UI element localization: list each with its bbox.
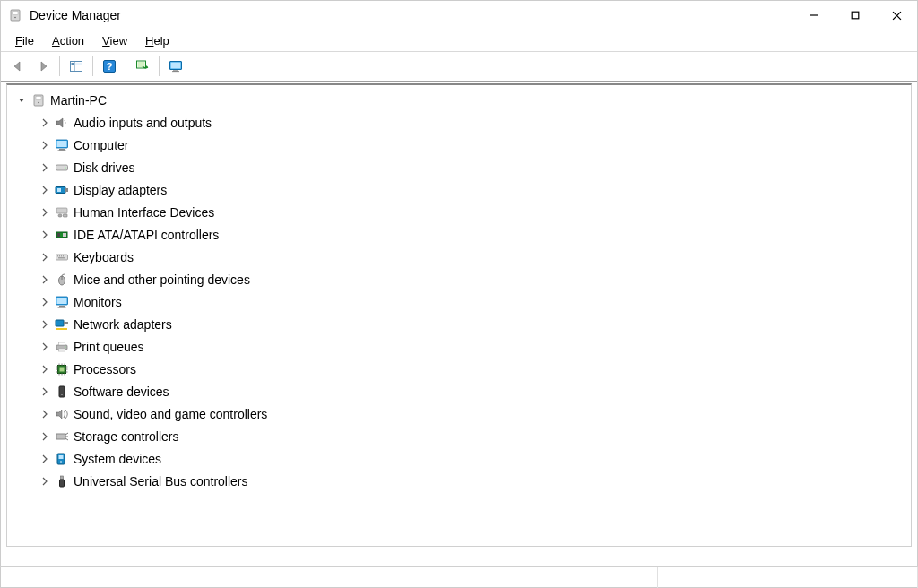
device-tree[interactable]: Martin-PC Audio inputs and outputsComput… xyxy=(6,83,912,547)
ide-controller-icon xyxy=(54,227,70,243)
tree-item[interactable]: Software devices xyxy=(7,380,911,402)
forward-arrow-icon xyxy=(36,59,50,74)
scan-hardware-icon xyxy=(135,59,150,74)
chevron-right-icon[interactable] xyxy=(39,274,50,285)
hid-icon xyxy=(54,204,70,220)
speaker-icon xyxy=(54,115,70,131)
chevron-right-icon[interactable] xyxy=(39,431,50,442)
chevron-right-icon[interactable] xyxy=(39,297,50,307)
tree-item-label: IDE ATA/ATAPI controllers xyxy=(74,228,219,242)
toolbar xyxy=(1,51,917,82)
tree-item[interactable]: System devices xyxy=(7,447,911,470)
help-button[interactable] xyxy=(98,56,121,77)
chevron-right-icon[interactable] xyxy=(39,319,50,330)
tree-item[interactable]: Sound, video and game controllers xyxy=(7,402,911,425)
maximize-button[interactable] xyxy=(835,1,876,30)
usb-icon xyxy=(54,473,70,489)
tree-item-label: Monitors xyxy=(74,295,122,309)
forward-button[interactable] xyxy=(31,56,55,77)
chevron-right-icon[interactable] xyxy=(39,252,50,263)
toolbar-separator xyxy=(159,56,160,76)
tree-item-label: Print queues xyxy=(74,340,144,354)
chevron-right-icon[interactable] xyxy=(39,117,50,128)
tree-item[interactable]: Mice and other pointing devices xyxy=(7,268,911,290)
tree-item-label: Keyboards xyxy=(74,250,134,264)
scan-hardware-button[interactable] xyxy=(131,56,154,77)
tree-item-label: Processors xyxy=(74,362,136,376)
back-button[interactable] xyxy=(6,56,30,77)
chevron-right-icon[interactable] xyxy=(39,409,50,419)
sound-controller-icon xyxy=(54,406,70,422)
network-adapter-icon xyxy=(54,316,70,333)
menu-help[interactable]: Help xyxy=(136,32,178,49)
chevron-right-icon[interactable] xyxy=(39,454,50,464)
tree-item[interactable]: Network adapters xyxy=(7,313,911,335)
tree-item[interactable]: Disk drives xyxy=(7,156,911,178)
tree-root[interactable]: Martin-PC xyxy=(7,89,911,111)
tree-item-label: Software devices xyxy=(74,385,169,399)
processor-icon xyxy=(54,361,70,377)
tree-item-label: Computer xyxy=(74,138,128,152)
menu-view[interactable]: View xyxy=(93,32,136,49)
tree-root-label: Martin-PC xyxy=(50,93,107,108)
show-hide-console-tree-button[interactable] xyxy=(65,56,88,77)
app-icon xyxy=(8,8,22,22)
chevron-right-icon[interactable] xyxy=(39,386,50,397)
tree-item-label: Network adapters xyxy=(74,317,172,332)
software-device-icon xyxy=(54,384,70,400)
tree-item[interactable]: Human Interface Devices xyxy=(7,201,911,223)
tree-item[interactable]: Computer xyxy=(7,134,911,156)
printer-icon xyxy=(54,339,70,355)
storage-controller-icon xyxy=(54,428,70,445)
tree-item-label: System devices xyxy=(74,452,161,466)
disk-drive-icon xyxy=(54,160,70,176)
tree-item-label: Mice and other pointing devices xyxy=(74,272,250,287)
tree-item[interactable]: Print queues xyxy=(7,335,911,358)
menu-bar: File Action View Help xyxy=(1,30,917,51)
tree-item[interactable]: IDE ATA/ATAPI controllers xyxy=(7,223,911,246)
show-hide-console-tree-icon xyxy=(69,59,83,74)
tree-item-label: Audio inputs and outputs xyxy=(74,116,212,130)
back-arrow-icon xyxy=(11,59,25,74)
chevron-right-icon[interactable] xyxy=(39,476,50,487)
status-pane xyxy=(0,567,658,588)
chevron-right-icon[interactable] xyxy=(39,140,50,151)
tree-item-label: Storage controllers xyxy=(74,429,179,444)
chevron-right-icon[interactable] xyxy=(39,364,50,375)
menu-action[interactable]: Action xyxy=(43,32,93,49)
tree-item[interactable]: Storage controllers xyxy=(7,425,911,447)
minimize-button[interactable] xyxy=(793,1,835,30)
mouse-icon xyxy=(54,272,70,288)
chevron-right-icon[interactable] xyxy=(39,162,50,173)
system-device-icon xyxy=(54,451,70,467)
monitor-icon xyxy=(54,137,70,153)
monitor-toolbar-button[interactable] xyxy=(164,56,187,77)
tree-item[interactable]: Processors xyxy=(7,358,911,380)
help-icon xyxy=(102,59,117,74)
tree-item-label: Display adapters xyxy=(74,183,167,197)
chevron-down-icon[interactable] xyxy=(16,95,27,106)
tree-item-label: Disk drives xyxy=(74,160,134,175)
tree-item[interactable]: Keyboards xyxy=(7,246,911,268)
toolbar-separator xyxy=(92,56,93,76)
tree-item[interactable]: Audio inputs and outputs xyxy=(7,111,911,134)
window-title: Device Manager xyxy=(30,8,793,22)
computer-icon xyxy=(30,92,47,108)
menu-file[interactable]: File xyxy=(6,32,43,49)
tree-item[interactable]: Monitors xyxy=(7,290,911,313)
title-bar: Device Manager xyxy=(1,1,917,30)
chevron-right-icon[interactable] xyxy=(39,207,50,218)
tree-item-label: Sound, video and game controllers xyxy=(74,407,267,421)
status-bar xyxy=(0,566,918,588)
toolbar-separator xyxy=(126,56,126,76)
chevron-right-icon[interactable] xyxy=(39,342,50,352)
close-button[interactable] xyxy=(876,1,917,30)
tree-item[interactable]: Display adapters xyxy=(7,178,911,201)
display-adapter-icon xyxy=(54,182,70,198)
toolbar-separator xyxy=(59,56,60,76)
chevron-right-icon[interactable] xyxy=(39,185,50,195)
tree-item[interactable]: Universal Serial Bus controllers xyxy=(7,470,911,492)
status-pane xyxy=(658,567,792,588)
chevron-right-icon[interactable] xyxy=(39,229,50,240)
tree-item-label: Universal Serial Bus controllers xyxy=(74,474,248,489)
